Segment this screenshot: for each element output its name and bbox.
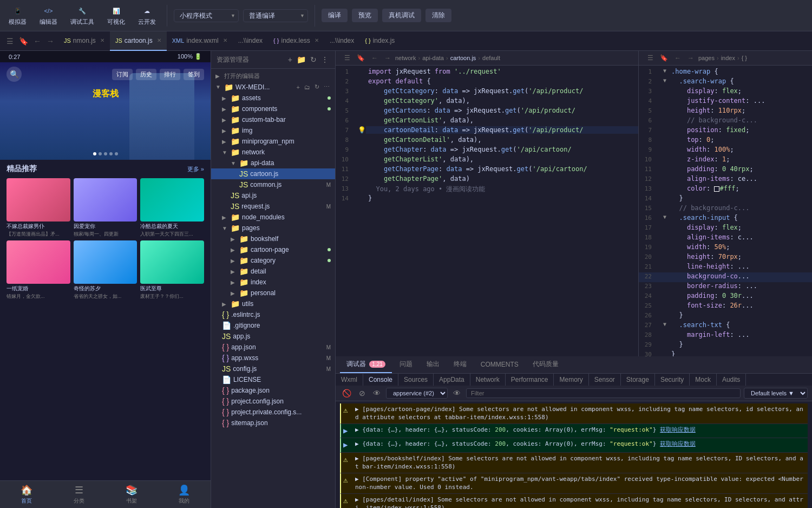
tree-eslint[interactable]: { } .eslintrc.js	[211, 309, 335, 320]
tree-app-json[interactable]: { } app.json M	[211, 342, 335, 353]
tab-cartoon[interactable]: JS cartoon.js ✕	[110, 31, 167, 51]
hero-search-btn[interactable]: 🔍	[6, 67, 22, 82]
section-more-btn[interactable]: 更多 »	[187, 165, 204, 173]
filter-input[interactable]	[466, 388, 741, 398]
compile-select-wrap[interactable]: 普通编译	[243, 9, 308, 22]
tree-sitemap[interactable]: { } sitemap.json	[211, 418, 335, 428]
tab-close-1[interactable]: ✕	[100, 37, 104, 43]
subtab-wxml[interactable]: Wxml	[336, 374, 363, 386]
tree-detail[interactable]: ▶ 📁 detail	[211, 266, 335, 277]
console-inspect-btn[interactable]: 👁	[371, 388, 383, 399]
devtools-tab-issues[interactable]: 问题	[393, 356, 419, 373]
tree-utils[interactable]: ▶ 📁 utils	[211, 298, 335, 309]
add-folder-btn[interactable]: 🗂	[303, 82, 311, 92]
hero-sign-btn[interactable]: 签到	[184, 69, 204, 80]
tree-common-js[interactable]: JS common.js M	[211, 179, 335, 190]
hero-history-btn[interactable]: 历史	[136, 69, 156, 80]
tree-app-wxss[interactable]: { } app.wxss M	[211, 353, 335, 363]
tab-nav-back[interactable]: ←	[31, 36, 43, 47]
breadcrumb-menu-btn[interactable]: ☰	[342, 53, 352, 63]
css-breadcrumb-forward[interactable]: →	[685, 53, 696, 63]
console-filter-btn[interactable]: ⊘	[357, 388, 368, 399]
tab-nav-menu[interactable]: ☰	[4, 36, 16, 47]
console-clear-btn[interactable]: 🚫	[340, 388, 353, 399]
tree-project-private[interactable]: { } project.private.config.s...	[211, 407, 335, 418]
tree-cartoon-page[interactable]: ▶ 📁 cartoon-page	[211, 244, 335, 255]
tab-close-2[interactable]: ✕	[157, 37, 161, 43]
tree-app-js[interactable]: JS app.js	[211, 331, 335, 342]
subtab-storage[interactable]: Storage	[621, 374, 655, 386]
debug-btn[interactable]: 🔧 调试工具	[66, 3, 99, 28]
new-file-btn[interactable]: +	[287, 54, 293, 65]
refresh-folder-btn[interactable]: ↻	[313, 82, 320, 92]
tab-close-4[interactable]: ✕	[315, 37, 319, 43]
subtab-console[interactable]: Console	[363, 374, 398, 386]
tree-gitignore[interactable]: 📄 .gitignore	[211, 320, 335, 331]
subtab-security[interactable]: Security	[655, 374, 690, 386]
phone-tab-bookshelf[interactable]: 📚 书架	[106, 481, 158, 508]
css-breadcrumb-bookmark[interactable]: 🔖	[658, 53, 670, 63]
cloud-btn[interactable]: ☁ 云开发	[134, 3, 160, 28]
devtools-tab-terminal[interactable]: 终端	[447, 356, 473, 373]
devtools-tab-debugger[interactable]: 调试器 1,21	[340, 356, 392, 373]
book-card-4[interactable]: 一纸宠婚 错嫁月，金欠款...	[6, 240, 70, 299]
subtab-sensor[interactable]: Sensor	[589, 374, 621, 386]
book-card-2[interactable]: 因爱宠你 独家/每周一、四更新	[74, 178, 137, 237]
mode-select[interactable]: 小程序模式	[174, 9, 239, 22]
clear-action-btn[interactable]: 清除	[425, 9, 451, 22]
editor-btn[interactable]: </> 编辑器	[35, 3, 62, 28]
tab-indexjs[interactable]: { } index.js	[359, 31, 400, 51]
book-card-3[interactable]: 冷酷总裁的夏天 入职第一天欠下四百三...	[140, 178, 204, 237]
book-card-1[interactable]: 不嫁总裁嫁男仆 【万道简漫画出品】矛...	[6, 178, 70, 237]
subtab-sources[interactable]: Sources	[398, 374, 434, 386]
subtab-memory[interactable]: Memory	[554, 374, 588, 386]
tree-personal[interactable]: ▶ 📁 personal	[211, 288, 335, 298]
tree-assets[interactable]: ▶ 📁 assets	[211, 93, 335, 103]
book-card-6[interactable]: 医武至尊 废材王子？？你们...	[140, 240, 204, 299]
tree-index-page[interactable]: ▶ 📁 index	[211, 277, 335, 288]
tab-nav-bookmark[interactable]: 🔖	[17, 36, 30, 47]
subtab-audits[interactable]: Audits	[717, 374, 746, 386]
tree-license[interactable]: 📄 LICENSE	[211, 374, 335, 385]
tree-request-js[interactable]: JS request.js M	[211, 201, 335, 212]
tab-nav-forward[interactable]: →	[44, 36, 56, 47]
tab-less[interactable]: { } index.less ✕	[268, 31, 324, 51]
tab-wxml[interactable]: XML index.wxml ✕	[167, 31, 233, 51]
tree-pages[interactable]: ▼ 📁 pages	[211, 223, 335, 233]
subtab-mock[interactable]: Mock	[690, 374, 717, 386]
devtools-tab-comments[interactable]: COMMENTS	[474, 357, 525, 373]
code-content[interactable]: 1 import jxRequest from '../request' 2 e…	[336, 66, 638, 356]
tree-custom-tab-bar[interactable]: ▶ 📁 custom-tab-bar	[211, 114, 335, 125]
tree-cartoon-js[interactable]: JS cartoon.js	[211, 168, 335, 179]
tab-index1[interactable]: ...\\index	[233, 31, 268, 51]
view-btn[interactable]: 📊 可视化	[103, 3, 129, 28]
more-folder-btn[interactable]: ⋯	[323, 82, 331, 92]
appservice-select[interactable]: appservice (#2)	[386, 388, 448, 399]
css-breadcrumb-back[interactable]: ←	[672, 53, 683, 63]
tree-bookshelf[interactable]: ▶ 📁 bookshelf	[211, 233, 335, 244]
tab-nmon[interactable]: JS nmon.js ✕	[58, 31, 110, 51]
tree-miniprogram-npm[interactable]: ▶ 📁 miniprogram_npm	[211, 136, 335, 147]
devtools-tab-output[interactable]: 输出	[420, 356, 446, 373]
tree-img[interactable]: ▶ 📁 img	[211, 125, 335, 136]
subtab-appdata[interactable]: AppData	[434, 374, 470, 386]
mode-select-wrap[interactable]: 小程序模式	[174, 9, 239, 22]
book-card-5[interactable]: 奇怪的苏夕 省省的天之骄女，如...	[74, 240, 137, 299]
devdebug-action-btn[interactable]: 真机调试	[382, 9, 421, 22]
tree-api-js[interactable]: JS api.js	[211, 190, 335, 201]
tree-project-config[interactable]: { } project.config.json	[211, 396, 335, 407]
css-breadcrumb-menu[interactable]: ☰	[645, 53, 656, 63]
phone-tab-home[interactable]: 🏠 首页	[0, 481, 53, 508]
breadcrumb-forward-btn[interactable]: →	[382, 53, 393, 63]
tree-components[interactable]: ▶ 📁 components	[211, 103, 335, 114]
tree-api-data[interactable]: ▼ 📁 api-data	[211, 158, 335, 168]
simulator-btn[interactable]: 📱 模拟器	[4, 3, 31, 28]
breadcrumb-bookmark-btn[interactable]: 🔖	[355, 53, 367, 63]
css-content[interactable]: 1 ▼ .home-wrap { 2 ▼ .search-wrap {	[639, 66, 812, 356]
preview-action-btn[interactable]: 预览	[352, 9, 378, 22]
levels-select[interactable]: Default levels ▼	[744, 388, 808, 399]
tree-config-js[interactable]: JS config.js M	[211, 363, 335, 374]
devtools-tab-quality[interactable]: 代码质量	[526, 356, 565, 373]
phone-tab-category[interactable]: ☰ 分类	[53, 481, 105, 508]
tree-network[interactable]: ▼ 📁 network	[211, 147, 335, 158]
